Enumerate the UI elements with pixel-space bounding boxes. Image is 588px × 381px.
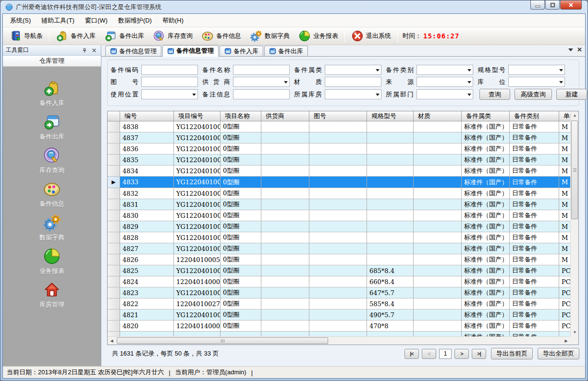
cell[interactable]: M <box>559 177 570 188</box>
cell[interactable]: 4829 <box>120 221 174 232</box>
cell[interactable] <box>309 287 367 298</box>
cell[interactable] <box>367 332 414 336</box>
table-row[interactable]: 4830YG122040100850型圈标准件（国产）日常备件M <box>108 210 570 221</box>
toolbar-exit-system[interactable]: 退出系统 <box>347 29 395 44</box>
toolbar-parts-inbound[interactable]: 备件入库 <box>51 29 100 44</box>
cell[interactable]: 标准件（国产） <box>462 276 510 287</box>
cell[interactable] <box>309 332 367 336</box>
cell[interactable] <box>414 321 462 332</box>
cell[interactable]: 4834 <box>120 166 174 177</box>
cell[interactable]: 4838 <box>120 121 174 132</box>
horizontal-scroll-thumb[interactable] <box>117 337 328 344</box>
cell[interactable]: YG12204010092 <box>174 132 220 143</box>
cell[interactable]: YG12204010085 <box>174 210 220 221</box>
cell[interactable] <box>367 243 414 254</box>
row-selector[interactable] <box>108 298 120 310</box>
advanced-query-button[interactable]: 高级查询 <box>514 89 552 100</box>
cell[interactable]: 1220401000599 <box>174 254 220 265</box>
cell[interactable] <box>414 132 462 143</box>
cell[interactable]: YG12204010089 <box>174 166 220 177</box>
cell[interactable] <box>174 332 220 336</box>
cell[interactable]: 4823 <box>120 287 174 298</box>
menu-system[interactable]: 系统(S) <box>5 15 36 26</box>
pin-icon[interactable] <box>81 47 88 54</box>
horizontal-scrollbar[interactable]: ◀ ▶ <box>108 336 570 345</box>
cell[interactable] <box>261 210 309 221</box>
field-part-code[interactable] <box>141 65 198 75</box>
sidebar-item-data-dictionary[interactable]: 数据字典 <box>23 214 81 242</box>
cell[interactable] <box>261 143 309 155</box>
cell[interactable]: 4825 <box>120 265 174 276</box>
row-selector[interactable] <box>108 155 120 166</box>
cell[interactable] <box>309 132 367 143</box>
cell[interactable] <box>261 121 309 132</box>
cell[interactable]: YG12204010090 <box>174 155 220 166</box>
close-button[interactable] <box>560 0 582 10</box>
cell[interactable] <box>414 310 462 321</box>
cell[interactable]: 1220401400012 <box>174 276 220 287</box>
col-project-name[interactable]: 项目名称 <box>220 111 261 121</box>
cell[interactable]: M <box>559 155 570 166</box>
row-selector[interactable] <box>108 276 120 287</box>
cell[interactable]: 标准件（国产） <box>462 177 510 188</box>
cell[interactable]: 4821 <box>120 310 174 321</box>
cell[interactable] <box>261 276 309 287</box>
cell[interactable] <box>309 276 367 287</box>
toolbar-inventory-query[interactable]: 库存查询 <box>148 29 197 44</box>
cell[interactable] <box>261 243 309 254</box>
cell[interactable]: YG12204010081 <box>174 265 220 276</box>
cell[interactable]: 日常备件 <box>510 321 559 332</box>
cell[interactable]: 标准件（国产） <box>462 155 510 166</box>
cell[interactable]: 0型圈 <box>220 188 261 199</box>
table-row[interactable]: 4828YG122040100830型圈标准件（国产）日常备件M <box>108 232 570 243</box>
cell[interactable] <box>261 188 309 199</box>
row-selector[interactable] <box>108 265 120 276</box>
col-part-attr-class[interactable]: 备件属类 <box>462 111 510 121</box>
cell[interactable]: 685*8.4 <box>367 265 414 276</box>
toolbar-navigator[interactable]: 导航条 <box>5 29 47 44</box>
cell[interactable]: YG12204010087 <box>174 188 220 199</box>
sidebar-item-business-report[interactable]: 业务报表 <box>23 247 81 275</box>
table-row[interactable]: 4832YG122040100870型圈标准件（国产）日常备件M <box>108 188 570 199</box>
export-all-pages-button[interactable]: 导出全部页 <box>538 348 579 359</box>
cell[interactable] <box>261 310 309 321</box>
cell[interactable] <box>309 221 367 232</box>
table-row[interactable]: 4821YG122040100790型圈490*5.7标准件（国产）日常备件PC <box>108 310 570 321</box>
new-button[interactable]: 新建 <box>556 89 587 100</box>
cell[interactable]: PC <box>559 287 570 298</box>
cell[interactable] <box>261 166 309 177</box>
cell[interactable]: 0型圈 <box>220 276 261 287</box>
cell[interactable]: 647*5.7 <box>367 287 414 298</box>
cell[interactable] <box>414 221 462 232</box>
cell[interactable]: 4837 <box>120 132 174 143</box>
cell[interactable]: 标准件（国产） <box>462 199 510 210</box>
cell[interactable]: 585*8.4 <box>367 298 414 310</box>
vertical-scroll-thumb[interactable] <box>571 120 578 219</box>
cell[interactable] <box>367 221 414 232</box>
row-selector[interactable] <box>108 310 120 321</box>
cell[interactable] <box>261 232 309 243</box>
sidebar-item-inventory-query[interactable]: 库存查询 <box>23 146 81 175</box>
cell[interactable]: 0型圈 <box>220 177 261 188</box>
field-supplier[interactable] <box>233 77 290 87</box>
cell[interactable]: YG12204010086 <box>174 199 220 210</box>
cell[interactable] <box>309 298 367 310</box>
cell[interactable]: 日常备件 <box>510 254 559 265</box>
cell[interactable]: M <box>559 143 570 155</box>
col-no[interactable]: 编号 <box>120 111 174 121</box>
table-row[interactable]: 4825YG122040100810型圈685*8.4标准件（国产）日常备件PC <box>108 265 570 276</box>
cell[interactable] <box>261 298 309 310</box>
cell[interactable]: 日常备件 <box>510 199 559 210</box>
row-selector[interactable] <box>108 166 120 177</box>
cell[interactable]: 标准件（国产） <box>462 121 510 132</box>
cell[interactable]: M <box>559 254 570 265</box>
cell[interactable] <box>367 166 414 177</box>
table-row[interactable]: 4834YG122040100890型圈标准件（国产）日常备件M <box>108 166 570 177</box>
cell[interactable] <box>309 254 367 265</box>
cell[interactable] <box>309 177 367 188</box>
cell[interactable] <box>367 232 414 243</box>
cell[interactable]: 0型圈 <box>220 265 261 276</box>
cell[interactable]: 0型圈 <box>220 243 261 254</box>
cell[interactable] <box>309 121 367 132</box>
cell[interactable] <box>367 177 414 188</box>
